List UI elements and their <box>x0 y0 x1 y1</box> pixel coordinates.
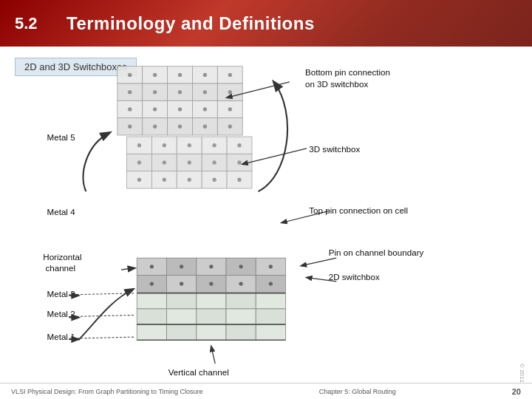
svg-point-87 <box>209 282 213 285</box>
svg-line-113 <box>211 347 215 364</box>
svg-point-66 <box>163 178 166 182</box>
svg-point-37 <box>178 125 182 129</box>
svg-point-38 <box>203 125 207 129</box>
footer-left-text: VLSI Physical Design: From Graph Partiti… <box>11 388 203 395</box>
svg-point-64 <box>237 160 241 164</box>
svg-rect-91 <box>167 293 197 309</box>
svg-rect-103 <box>226 324 256 340</box>
svg-point-67 <box>188 178 191 182</box>
svg-rect-101 <box>167 324 197 340</box>
svg-rect-92 <box>197 293 226 309</box>
svg-text:Horizontal: Horizontal <box>43 252 81 262</box>
svg-point-31 <box>153 107 157 111</box>
svg-text:Vertical channel: Vertical channel <box>168 367 229 377</box>
svg-point-80 <box>150 265 154 268</box>
svg-text:Metal 3: Metal 3 <box>47 289 75 299</box>
svg-point-84 <box>269 265 273 268</box>
svg-point-82 <box>209 265 213 268</box>
svg-point-21 <box>153 73 157 77</box>
svg-rect-104 <box>256 324 285 340</box>
svg-point-56 <box>163 143 166 147</box>
footer: VLSI Physical Design: From Graph Partiti… <box>0 383 532 399</box>
svg-rect-93 <box>226 293 256 309</box>
svg-point-58 <box>212 143 216 147</box>
svg-point-36 <box>153 125 157 129</box>
svg-text:Metal 1: Metal 1 <box>47 332 75 341</box>
svg-line-130 <box>69 315 135 316</box>
svg-point-62 <box>188 160 191 164</box>
svg-point-85 <box>150 282 154 285</box>
svg-text:Metal 5: Metal 5 <box>47 132 75 142</box>
svg-text:3D switchbox: 3D switchbox <box>309 144 360 154</box>
svg-point-20 <box>128 73 132 77</box>
section-number: 5.2 <box>15 14 44 33</box>
svg-point-34 <box>228 107 232 111</box>
svg-point-32 <box>178 107 182 111</box>
svg-point-81 <box>180 265 183 268</box>
main-content: 2D and 3D Switchboxes <box>0 47 532 399</box>
svg-point-88 <box>239 282 242 285</box>
svg-rect-96 <box>167 309 197 324</box>
svg-point-23 <box>203 73 207 77</box>
svg-point-25 <box>128 90 132 94</box>
page-title: Terminology and Definitions <box>66 13 315 34</box>
svg-text:channel: channel <box>45 263 75 273</box>
svg-point-55 <box>137 143 141 147</box>
svg-point-83 <box>239 265 242 268</box>
svg-point-57 <box>188 143 191 147</box>
svg-rect-97 <box>197 309 226 324</box>
svg-point-59 <box>237 143 241 147</box>
svg-line-131 <box>69 337 135 338</box>
svg-point-60 <box>137 160 141 164</box>
svg-text:on 3D switchbox: on 3D switchbox <box>305 79 368 89</box>
svg-point-24 <box>228 73 232 77</box>
svg-point-26 <box>153 90 157 94</box>
footer-center-text: Chapter 5: Global Routing <box>319 388 396 395</box>
svg-text:Bottom pin connection: Bottom pin connection <box>305 67 390 77</box>
svg-rect-99 <box>256 309 285 324</box>
svg-rect-94 <box>256 293 285 309</box>
svg-rect-95 <box>137 309 166 324</box>
svg-rect-90 <box>137 293 166 309</box>
svg-point-28 <box>203 90 207 94</box>
svg-rect-100 <box>137 324 166 340</box>
svg-point-30 <box>128 107 132 111</box>
svg-point-35 <box>128 125 132 129</box>
svg-point-86 <box>180 282 183 285</box>
svg-point-27 <box>178 90 182 94</box>
svg-point-69 <box>237 178 241 182</box>
svg-rect-98 <box>226 309 256 324</box>
svg-text:Top pin connection on cell: Top pin connection on cell <box>309 205 408 215</box>
svg-point-39 <box>228 125 232 129</box>
header: 5.2 Terminology and Definitions <box>0 0 532 47</box>
svg-point-65 <box>137 178 141 182</box>
svg-text:Pin on channel boundary: Pin on channel boundary <box>329 248 424 257</box>
svg-point-22 <box>178 73 182 77</box>
svg-point-61 <box>163 160 166 164</box>
page-number: 20 <box>512 387 521 396</box>
svg-point-33 <box>203 107 207 111</box>
svg-text:2D switchbox: 2D switchbox <box>329 272 380 282</box>
svg-point-89 <box>269 282 273 285</box>
svg-point-63 <box>212 160 216 164</box>
svg-text:Metal 4: Metal 4 <box>47 207 76 216</box>
svg-line-111 <box>301 258 337 266</box>
svg-rect-102 <box>197 324 226 340</box>
diagram: Metal 5 Metal 4 Metal 3 Metal 2 Metal 1 … <box>0 47 532 399</box>
svg-point-29 <box>228 90 232 94</box>
svg-point-68 <box>212 178 216 182</box>
